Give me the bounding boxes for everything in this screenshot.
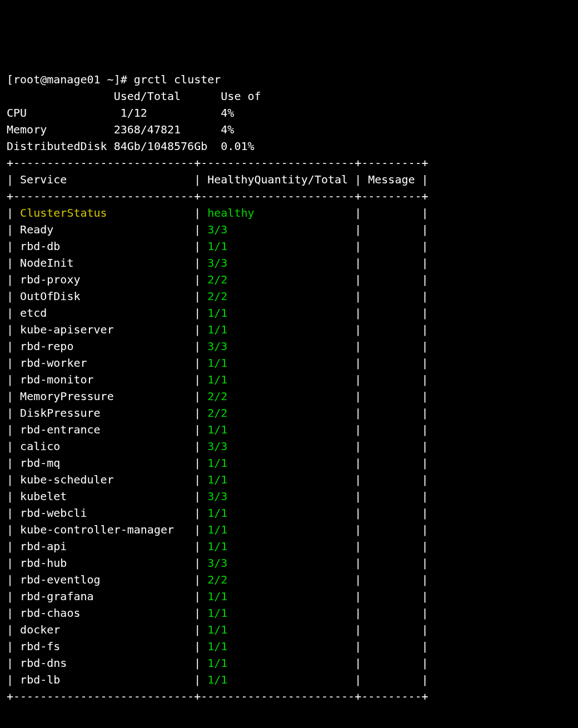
health-cell: 1/1 xyxy=(207,323,348,336)
health-cell: 1/1 xyxy=(207,456,348,470)
service-cell: rbd-entrance xyxy=(20,423,187,436)
health-cell: 3/3 xyxy=(207,256,348,270)
health-cell: 1/1 xyxy=(207,240,348,253)
resource-row-1: Memory 2368/47821 4% xyxy=(7,123,234,136)
health-cell: 1/1 xyxy=(207,523,348,536)
service-cell: rbd-worker xyxy=(20,356,187,370)
health-cell: 1/1 xyxy=(207,606,348,620)
service-cell: kube-scheduler xyxy=(20,473,187,486)
service-cell: OutOfDisk xyxy=(20,290,187,303)
health-cell: 1/1 xyxy=(207,623,348,636)
command-text: grctl cluster xyxy=(134,73,221,86)
service-cell: rbd-repo xyxy=(20,340,187,353)
health-cell: 1/1 xyxy=(207,306,348,320)
health-cell: 1/1 xyxy=(207,356,348,370)
service-cell: calico xyxy=(20,440,187,453)
service-cell: kube-controller-manager xyxy=(20,523,187,536)
service-cell: rbd-mq xyxy=(20,456,187,470)
resource-row-2: DistributedDisk 84Gb/1048576Gb 0.01% xyxy=(7,139,255,153)
service-cell: DiskPressure xyxy=(20,406,187,420)
health-cell: 2/2 xyxy=(207,273,348,286)
shell-prompt: [root@manage01 ~]# xyxy=(7,73,127,86)
health-cell: 3/3 xyxy=(207,490,348,503)
service-cell: etcd xyxy=(20,306,187,320)
health-cell: 1/1 xyxy=(207,506,348,520)
service-cell: docker xyxy=(20,623,187,636)
health-cell: 3/3 xyxy=(207,556,348,570)
service-cell: rbd-api xyxy=(20,540,187,553)
service-cell: ClusterStatus xyxy=(20,206,187,220)
terminal-output: [root@manage01 ~]# grctl cluster Used/To… xyxy=(7,71,571,705)
service-cell: rbd-monitor xyxy=(20,373,187,386)
service-cell: NodeInit xyxy=(20,256,187,270)
service-cell: rbd-fs xyxy=(20,640,187,653)
health-cell: 1/1 xyxy=(207,540,348,553)
service-cell: kube-apiserver xyxy=(20,323,187,336)
health-cell: 1/1 xyxy=(207,590,348,603)
health-cell: healthy xyxy=(207,206,348,220)
health-cell: 1/1 xyxy=(207,656,348,670)
health-cell: 3/3 xyxy=(207,440,348,453)
service-cell: Ready xyxy=(20,223,187,236)
health-cell: 1/1 xyxy=(207,473,348,486)
health-cell: 2/2 xyxy=(207,406,348,420)
health-cell: 1/1 xyxy=(207,423,348,436)
service-cell: rbd-db xyxy=(20,240,187,253)
resource-row-0: CPU 1/12 4% xyxy=(7,106,234,119)
service-cell: rbd-hub xyxy=(20,556,187,570)
service-cell: rbd-webcli xyxy=(20,506,187,520)
service-cell: MemoryPressure xyxy=(20,390,187,403)
service-cell: rbd-dns xyxy=(20,656,187,670)
health-cell: 3/3 xyxy=(207,223,348,236)
health-cell: 2/2 xyxy=(207,573,348,586)
service-cell: kubelet xyxy=(20,490,187,503)
service-cell: rbd-grafana xyxy=(20,590,187,603)
health-cell: 3/3 xyxy=(207,340,348,353)
health-cell: 1/1 xyxy=(207,673,348,686)
service-cell: rbd-eventlog xyxy=(20,573,187,586)
health-cell: 1/1 xyxy=(207,373,348,386)
service-cell: rbd-proxy xyxy=(20,273,187,286)
health-cell: 2/2 xyxy=(207,290,348,303)
service-cell: rbd-lb xyxy=(20,673,187,686)
service-cell: rbd-chaos xyxy=(20,606,187,620)
health-cell: 2/2 xyxy=(207,390,348,403)
health-cell: 1/1 xyxy=(207,640,348,653)
